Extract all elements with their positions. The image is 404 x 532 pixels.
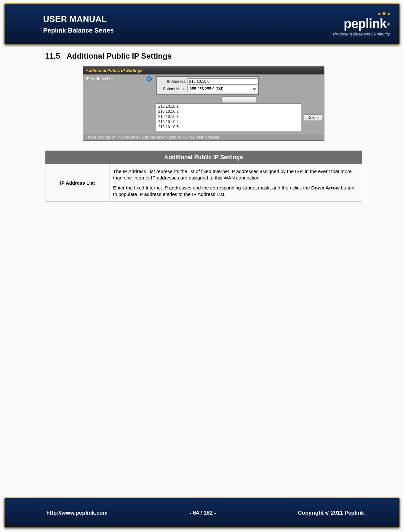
desc-table-header: Additional Public IP Settings [45, 151, 362, 164]
down-arrow-button[interactable]: ↓ [221, 96, 257, 102]
logo-area: peplink® Protecting Business Continuity [333, 12, 390, 36]
list-item[interactable]: 210.10.10.2 [156, 109, 301, 114]
save-note: Those settings will not be saved until t… [83, 134, 324, 140]
header-left: USER MANUAL Peplink Balance Series [43, 14, 114, 34]
down-arrow-bold: Down Arrow [311, 185, 340, 190]
desc-p2: Enter the fixed Internet IP addresses an… [113, 185, 359, 198]
footer-page: - 64 / 182 - [189, 510, 216, 516]
section-number: 11.5 [45, 52, 60, 61]
footer-banner: http://www.peplink.com - 64 / 182 - Copy… [4, 498, 400, 528]
list-item[interactable]: 210.10.10.1 [156, 104, 301, 109]
doc-title: USER MANUAL [43, 14, 114, 24]
desc-p1: The IP Address List represents the list … [113, 168, 359, 181]
ip-address-label: IP Address [158, 79, 188, 84]
section-heading: 11.5 Additional Public IP Settings [45, 52, 362, 61]
ip-address-input[interactable] [188, 78, 257, 85]
subnet-mask-select[interactable]: 255.255.255.0 (/24) [188, 86, 257, 92]
list-item[interactable]: 210.10.10.3 [156, 114, 301, 119]
ip-list-side-label: IP Address List [86, 76, 113, 81]
help-icon[interactable]: ? [147, 76, 152, 82]
logo-registered-icon: ® [387, 22, 390, 27]
logo-dots-icon [378, 12, 390, 15]
footer-copyright: Copyright © 2011 Peplink [298, 510, 364, 516]
section-title: Additional Public IP Settings [67, 52, 172, 61]
settings-panel: Additional Public IP Settings IP Address… [83, 66, 324, 141]
desc-row-body: The IP Address List represents the list … [110, 164, 362, 202]
panel-header: Additional Public IP Settings [83, 67, 324, 74]
panel-side-label: IP Address List ? [83, 74, 154, 134]
desc-row-label: IP Address List [45, 164, 110, 202]
list-item[interactable]: 210.10.10.4 [156, 119, 301, 124]
header-banner: USER MANUAL Peplink Balance Series pepli… [4, 3, 400, 45]
ip-address-listbox[interactable]: 210.10.10.1 210.10.10.2 210.10.10.3 210.… [156, 103, 301, 132]
description-table: Additional Public IP Settings IP Address… [45, 150, 362, 202]
down-arrow-icon: ↓ [238, 97, 240, 102]
logo-text: peplink [344, 16, 387, 31]
doc-subtitle: Peplink Balance Series [43, 27, 114, 34]
footer-url: http://www.peplink.com [46, 510, 108, 516]
list-item[interactable]: 210.10.10.5 [156, 124, 301, 130]
delete-button[interactable]: Delete [304, 114, 322, 121]
logo-tagline: Protecting Business Continuity [333, 32, 390, 36]
ip-input-group: IP Address Subnet Mask 255.255.255.0 (/2… [156, 76, 259, 95]
subnet-mask-label: Subnet Mask [158, 87, 188, 91]
